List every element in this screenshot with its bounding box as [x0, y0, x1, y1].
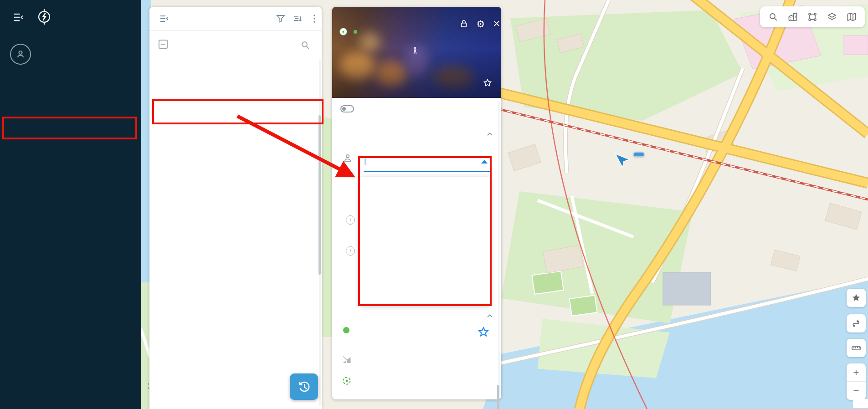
panorama-link[interactable]: [332, 46, 501, 55]
polygon-select-icon[interactable]: [807, 11, 818, 22]
select-all-checkbox[interactable]: [159, 40, 168, 49]
yandex-brand[interactable]: [853, 399, 868, 408]
route-icon: [851, 318, 861, 328]
output-toggle[interactable]: [340, 105, 354, 112]
caret-up-icon[interactable]: [481, 160, 488, 164]
sidebar: [0, 0, 141, 409]
search-icon[interactable]: [300, 40, 311, 51]
list-scrollbar[interactable]: [319, 60, 321, 406]
zoom-control: + −: [847, 363, 866, 400]
driver-dropdown: [360, 177, 490, 304]
avatar[interactable]: [10, 44, 31, 65]
search-input[interactable]: [175, 41, 289, 48]
driver-select[interactable]: [365, 157, 366, 165]
vehicle-marker[interactable]: [611, 149, 631, 169]
detail-scrollbar[interactable]: [498, 102, 500, 396]
layers-icon[interactable]: [827, 11, 837, 22]
list-scrollbar-thumb[interactable]: [318, 115, 321, 275]
menu-collapse-icon[interactable]: [12, 11, 25, 22]
gear-icon[interactable]: ⚙: [476, 19, 486, 29]
vehicle-detail-panel: ⚙ ✕ i i: [332, 7, 501, 399]
sort-icon[interactable]: [292, 13, 303, 24]
moving-icon: [339, 28, 347, 36]
map-layer-icon[interactable]: [846, 11, 857, 22]
search-icon[interactable]: [768, 11, 779, 22]
gps-star-icon[interactable]: [477, 326, 490, 338]
ruler-icon: [851, 343, 862, 353]
detail-scrollbar-thumb[interactable]: [497, 385, 499, 409]
detail-status-row: [339, 28, 360, 36]
chevron-up-icon[interactable]: [485, 130, 494, 139]
driver-select-value: [365, 157, 366, 165]
chevron-up-icon[interactable]: [485, 312, 494, 321]
beacons-panel-header: [149, 7, 322, 31]
vehicle-marker-label: [633, 152, 644, 157]
app-logo[interactable]: [34, 8, 55, 26]
zoom-out-button[interactable]: −: [847, 382, 866, 400]
photo-star-icon[interactable]: [483, 78, 493, 88]
driver-select-underline: [364, 171, 491, 172]
pegman-icon: [411, 46, 420, 55]
star-icon: [851, 293, 861, 303]
map-toolbar: [760, 6, 865, 27]
close-icon[interactable]: ✕: [492, 18, 501, 28]
output-toggle-row: [332, 98, 501, 124]
search-row: [149, 31, 322, 58]
vehicle-arrow-icon: [607, 145, 634, 172]
beacons-panel: [149, 7, 322, 409]
route-button[interactable]: [847, 314, 866, 332]
vehicle-photo: ⚙ ✕: [332, 7, 501, 98]
online-dot-icon: [354, 30, 357, 34]
buildings-icon[interactable]: [787, 11, 798, 22]
gps-signal-icon: [341, 375, 352, 386]
gsm-no-signal-icon: [341, 354, 352, 365]
driver-person-icon: [342, 153, 353, 164]
panel-collapse-icon[interactable]: [159, 13, 169, 24]
history-button[interactable]: [290, 373, 318, 400]
filter-icon[interactable]: [275, 13, 286, 24]
compass-icon: [36, 8, 53, 26]
info-circle-icon: i: [346, 246, 355, 256]
more-menu-icon[interactable]: [309, 13, 320, 24]
ruler-button[interactable]: [847, 339, 866, 357]
zoom-in-button[interactable]: +: [847, 363, 866, 382]
favorites-button[interactable]: [847, 289, 866, 307]
history-icon: [297, 380, 311, 394]
connection-dot-icon: [343, 327, 349, 333]
info-circle-icon: i: [346, 215, 355, 225]
lock-icon[interactable]: [459, 19, 469, 29]
